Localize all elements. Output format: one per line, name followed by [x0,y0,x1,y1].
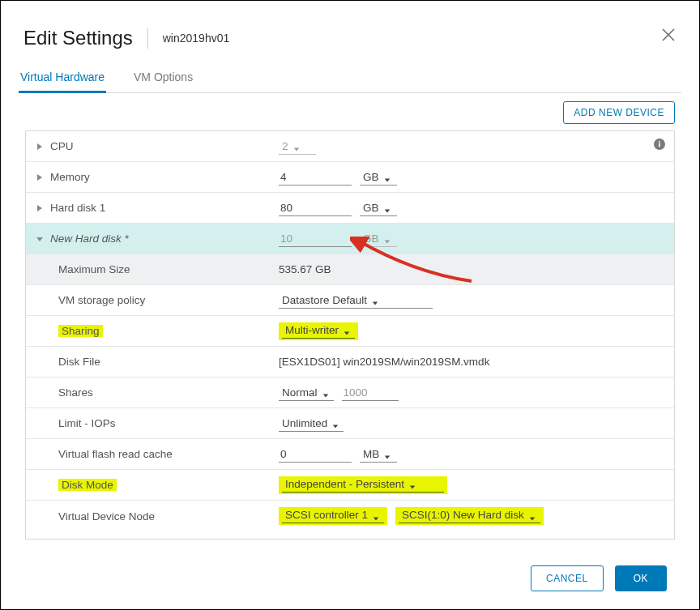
svg-marker-15 [344,331,349,335]
tab-vm-options[interactable]: VM Options [132,64,194,92]
label-maxsize: Maximum Size [58,263,130,275]
tab-virtual-hardware[interactable]: Virtual Hardware [19,64,106,93]
row-vdn: Virtual Device Node SCSI controller 1 SC… [26,501,674,531]
label-storage-policy: VM storage policy [58,294,145,306]
row-shares: Shares Normal [26,378,674,408]
row-sharing: Sharing Multi-writer [26,316,674,347]
shares-level-select[interactable]: Normal [279,385,334,401]
svg-marker-5 [37,143,42,150]
tab-bar: Virtual Hardware VM Options [19,64,681,93]
dialog-header: Edit Settings win2019hv01 [19,12,681,59]
row-maxsize: Maximum Size 535.67 GB [26,254,674,285]
cancel-button[interactable]: CANCEL [531,565,604,591]
memory-unit-select[interactable]: GB [360,169,397,186]
chevron-down-icon [409,480,416,487]
label-diskfile: Disk File [58,356,100,368]
svg-marker-8 [384,178,389,181]
cpu-select[interactable]: 2 [279,139,316,155]
chevron-down-icon [529,512,536,518]
svg-marker-10 [384,209,389,212]
label-diskmode: Disk Mode [58,479,117,491]
sharing-select[interactable]: Multi-writer [282,322,355,339]
hdd1-size-input[interactable] [279,200,352,216]
svg-marker-9 [37,205,42,211]
row-diskfile: Disk File [ESX1DS01] win2019SM/win2019SM… [26,347,674,378]
svg-marker-11 [36,237,43,241]
row-new-hdd[interactable]: New Hard disk * GB [26,224,674,254]
label-memory: Memory [50,171,90,183]
vfrc-unit-select[interactable]: MB [360,446,397,463]
chevron-down-icon [293,143,300,149]
hdd1-unit-select[interactable]: GB [360,200,397,216]
ok-button[interactable]: OK [615,565,667,591]
title-divider [147,28,148,49]
row-hdd1[interactable]: Hard disk 1 GB [26,193,674,224]
row-diskmode: Disk Mode Independent - Persistent [26,470,674,501]
info-icon[interactable] [653,138,666,151]
chevron-down-icon [36,235,44,243]
svg-marker-17 [333,424,338,428]
chevron-right-icon [36,143,44,151]
row-vfrc: Virtual flash read cache MB [26,439,674,470]
vdn-slot-select[interactable]: SCSI(1:0) New Hard disk [399,507,540,523]
label-vdn: Virtual Device Node [58,510,155,523]
svg-marker-19 [410,485,415,488]
memory-input[interactable] [279,169,352,186]
row-memory[interactable]: Memory GB [26,162,674,193]
value-diskfile: [ESX1DS01] win2019SM/win2019SM.vmdk [279,356,489,368]
chevron-right-icon [36,204,44,212]
label-sharing: Sharing [58,325,103,337]
new-hdd-size-input[interactable] [279,231,352,247]
svg-rect-4 [659,141,660,143]
chevron-down-icon [384,204,391,211]
svg-rect-3 [659,143,660,147]
label-vfrc: Virtual flash read cache [58,448,173,460]
label-new-hdd: New Hard disk * [50,232,129,245]
svg-marker-6 [293,147,298,151]
hardware-panel[interactable]: CPU 2 Memory GB [25,130,675,540]
vm-name: win2019hv01 [163,32,230,45]
dialog-title: Edit Settings [23,27,133,49]
chevron-down-icon [373,512,379,518]
label-cpu: CPU [50,140,74,152]
chevron-down-icon [372,296,378,303]
label-hdd1: Hard disk 1 [50,202,105,214]
add-new-device-button[interactable]: ADD NEW DEVICE [563,101,675,124]
label-limit-iops: Limit - IOPs [58,417,116,429]
svg-marker-12 [384,240,389,243]
svg-marker-21 [530,517,535,520]
chevron-down-icon [384,235,391,241]
chevron-right-icon [36,173,44,181]
chevron-down-icon [384,450,391,457]
limit-iops-select[interactable]: Unlimited [279,416,344,432]
svg-marker-16 [322,394,327,397]
close-icon[interactable] [660,27,677,43]
row-storage-policy: VM storage policy Datastore Default [26,285,674,316]
storage-policy-select[interactable]: Datastore Default [279,292,433,309]
svg-marker-20 [373,517,378,520]
svg-marker-7 [37,174,42,181]
svg-marker-14 [373,301,378,305]
chevron-down-icon [384,173,391,180]
label-shares: Shares [58,386,93,399]
vdn-controller-select[interactable]: SCSI controller 1 [282,507,384,523]
row-cpu[interactable]: CPU 2 [26,131,674,162]
chevron-down-icon [344,326,350,333]
diskmode-select[interactable]: Independent - Persistent [282,476,444,493]
toolbar: ADD NEW DEVICE [19,93,681,130]
vfrc-input[interactable] [279,446,352,463]
chevron-down-icon [322,389,329,395]
row-limit-iops: Limit - IOPs Unlimited [26,408,674,439]
new-hdd-unit-select[interactable]: GB [360,231,397,247]
svg-marker-18 [385,455,390,459]
dialog-footer: CANCEL OK [19,546,681,609]
value-maxsize: 535.67 GB [279,263,331,275]
shares-value-input[interactable] [342,385,399,401]
chevron-down-icon [332,420,339,426]
